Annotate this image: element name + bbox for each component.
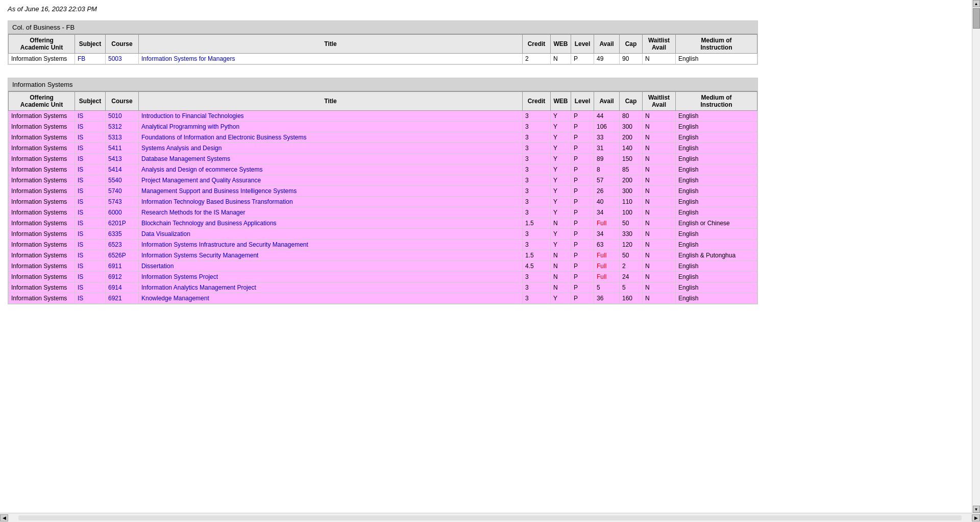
course-link[interactable]: 5312: [108, 123, 122, 130]
subject-link[interactable]: FB: [78, 55, 85, 62]
cell-web: Y: [551, 197, 571, 207]
cell-credit: 3: [523, 240, 551, 250]
course-link[interactable]: 5313: [108, 134, 122, 141]
title-link[interactable]: Research Methods for the IS Manager: [141, 209, 245, 216]
cell-offering: Information Systems: [9, 240, 75, 250]
cell-title: Data Visualization: [139, 229, 523, 240]
title-link[interactable]: Systems Analysis and Design: [141, 145, 222, 152]
cell-credit: 1.5: [523, 250, 551, 261]
title-link[interactable]: Data Visualization: [141, 230, 190, 238]
cell-web: Y: [551, 111, 571, 122]
title-link[interactable]: Knowledge Management: [141, 295, 209, 302]
subject-link[interactable]: IS: [78, 220, 83, 227]
title-link[interactable]: Information Systems Project: [141, 273, 218, 280]
subject-link[interactable]: IS: [78, 112, 83, 120]
cell-title: Information Systems Project: [139, 272, 523, 282]
table-row: Information SystemsIS5313Foundations of …: [9, 132, 757, 143]
title-link[interactable]: Analysis and Design of ecommerce Systems: [141, 166, 262, 173]
course-link[interactable]: 6921: [108, 295, 122, 302]
subject-link[interactable]: IS: [78, 145, 83, 152]
cell-web: Y: [551, 229, 571, 240]
course-link[interactable]: 6912: [108, 273, 122, 280]
title-link[interactable]: Information Technology Based Business Tr…: [141, 198, 293, 205]
col-header-subject: Subject: [75, 92, 106, 111]
subject-link[interactable]: IS: [78, 273, 83, 280]
course-link[interactable]: 6523: [108, 241, 122, 248]
course-link[interactable]: 6911: [108, 263, 122, 270]
subject-link[interactable]: IS: [78, 166, 83, 173]
cell-level: P: [571, 54, 594, 64]
title-link[interactable]: Database Management Systems: [141, 155, 230, 162]
cell-course: 6911: [106, 261, 139, 272]
title-link[interactable]: Introduction to Financial Technologies: [141, 112, 244, 120]
cell-subject: IS: [75, 261, 106, 272]
course-link[interactable]: 6335: [108, 230, 122, 238]
cell-medium: English: [676, 229, 757, 240]
course-link[interactable]: 6201P: [108, 220, 126, 227]
subject-link[interactable]: IS: [78, 241, 83, 248]
scroll-up-arrow[interactable]: ▲: [973, 0, 980, 7]
scroll-thumb[interactable]: [973, 8, 980, 29]
subject-link[interactable]: IS: [78, 284, 83, 291]
title-link[interactable]: Project Management and Quality Assurance: [141, 177, 261, 184]
title-link[interactable]: Dissertation: [141, 263, 174, 270]
course-link[interactable]: 5411: [108, 145, 122, 152]
table-row: Information SystemsIS5540Project Managem…: [9, 175, 757, 186]
course-link[interactable]: 5540: [108, 177, 122, 184]
subject-link[interactable]: IS: [78, 123, 83, 130]
cell-credit: 3: [523, 164, 551, 175]
col-header-offering-academic-unit: OfferingAcademic Unit: [9, 92, 75, 111]
table-row: Information SystemsFB5003Information Sys…: [9, 54, 757, 64]
cell-credit: 3: [523, 132, 551, 143]
subject-link[interactable]: IS: [78, 295, 83, 302]
subject-link[interactable]: IS: [78, 230, 83, 238]
table-row: Information SystemsIS6335Data Visualizat…: [9, 229, 757, 240]
cell-subject: IS: [75, 229, 106, 240]
cell-course: 5411: [106, 143, 139, 154]
subject-link[interactable]: IS: [78, 155, 83, 162]
cell-cap: 160: [620, 293, 643, 304]
course-link[interactable]: 5743: [108, 198, 122, 205]
course-link[interactable]: 6914: [108, 284, 122, 291]
cell-title: Analysis and Design of ecommerce Systems: [139, 164, 523, 175]
cell-course: 6914: [106, 282, 139, 293]
cell-subject: IS: [75, 293, 106, 304]
title-link[interactable]: Analytical Programming with Python: [141, 123, 239, 130]
subject-link[interactable]: IS: [78, 263, 83, 270]
course-link[interactable]: 5010: [108, 112, 122, 120]
cell-waitlist: N: [643, 207, 676, 218]
course-link[interactable]: 6526P: [108, 252, 126, 259]
subject-link[interactable]: IS: [78, 134, 83, 141]
title-link[interactable]: Foundations of Information and Electroni…: [141, 134, 307, 141]
title-link[interactable]: Information Systems Infrastructure and S…: [141, 241, 308, 248]
title-link[interactable]: Information Analytics Management Project: [141, 284, 256, 291]
course-link[interactable]: 6000: [108, 209, 122, 216]
title-link[interactable]: Information Systems for Managers: [141, 55, 235, 62]
cell-avail: 40: [594, 197, 620, 207]
cell-title: Information Technology Based Business Tr…: [139, 197, 523, 207]
subject-link[interactable]: IS: [78, 209, 83, 216]
table-row: Information SystemsIS6914Information Ana…: [9, 282, 757, 293]
title-link[interactable]: Information Systems Security Management: [141, 252, 258, 259]
title-link[interactable]: Management Support and Business Intellig…: [141, 187, 297, 195]
course-link[interactable]: 5413: [108, 155, 122, 162]
course-link[interactable]: 5740: [108, 187, 122, 195]
course-link[interactable]: 5003: [108, 55, 122, 62]
cell-cap: 330: [620, 229, 643, 240]
cell-course: 6526P: [106, 250, 139, 261]
cell-web: N: [551, 250, 571, 261]
cell-level: P: [571, 229, 594, 240]
table-row: Information SystemsIS6911Dissertation4.5…: [9, 261, 757, 272]
cell-credit: 3: [523, 282, 551, 293]
cell-subject: IS: [75, 282, 106, 293]
subject-link[interactable]: IS: [78, 187, 83, 195]
vertical-scrollbar[interactable]: ▲ ▼: [972, 0, 980, 322]
title-link[interactable]: Blockchain Technology and Business Appli…: [141, 220, 277, 227]
subject-link[interactable]: IS: [78, 198, 83, 205]
section-header: Information Systems: [8, 78, 757, 91]
cell-level: P: [571, 293, 594, 304]
subject-link[interactable]: IS: [78, 177, 83, 184]
course-link[interactable]: 5414: [108, 166, 122, 173]
cell-cap: 80: [620, 111, 643, 122]
subject-link[interactable]: IS: [78, 252, 83, 259]
